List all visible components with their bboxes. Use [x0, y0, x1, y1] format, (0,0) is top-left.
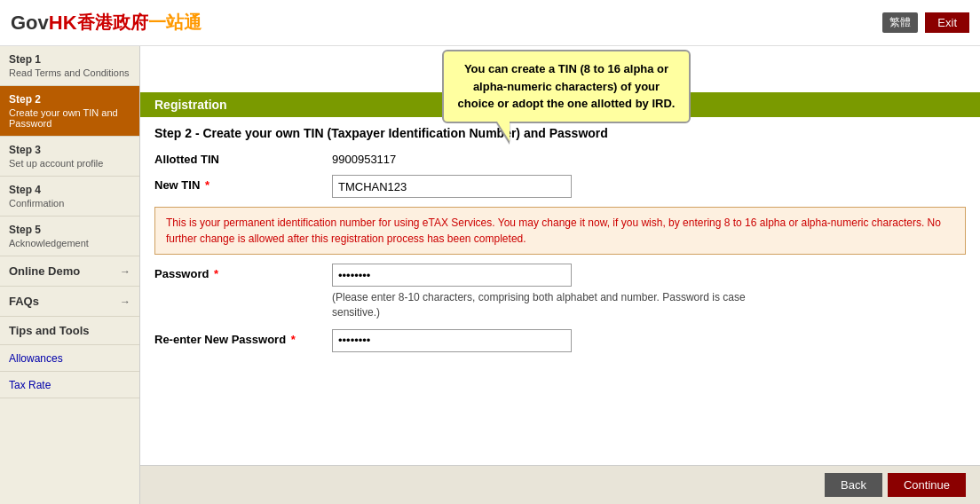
password-input[interactable]	[332, 264, 572, 287]
lang-button[interactable]: 繁體	[882, 12, 918, 33]
reenter-label: Re-enter New Password *	[154, 329, 332, 346]
step4-label: Step 4	[9, 184, 130, 196]
online-demo-arrow: →	[120, 265, 130, 278]
main-layout: Step 1 Read Terms and Conditions Step 2 …	[0, 46, 980, 504]
back-button[interactable]: Back	[825, 473, 882, 497]
sidebar-step-2[interactable]: Step 2 Create your own TIN and Password	[0, 86, 139, 137]
reenter-password-input[interactable]	[332, 329, 572, 352]
header: GovHK 香港政府一站通 繁體 Exit	[0, 0, 980, 46]
new-tin-required: *	[202, 178, 209, 192]
allowances-link[interactable]: Allowances	[0, 345, 139, 372]
password-row: Password * (Please enter 8-10 characters…	[154, 264, 966, 320]
form-title: Step 2 - Create your own TIN (Taxpayer I…	[154, 126, 966, 140]
online-demo-nav[interactable]: Online Demo →	[0, 256, 139, 287]
faqs-arrow: →	[120, 295, 130, 308]
step3-label: Step 3	[9, 144, 130, 156]
logo: GovHK 香港政府一站通	[11, 11, 202, 35]
sidebar-step-5[interactable]: Step 5 Acknowledgement	[0, 217, 139, 256]
content-area: You can create a TIN (8 to 16 alpha or a…	[140, 46, 980, 504]
logo-hk: HK	[49, 12, 77, 35]
warning-box: This is your permanent identification nu…	[154, 207, 966, 255]
password-field-group: (Please enter 8-10 characters, comprisin…	[332, 264, 776, 320]
faqs-nav[interactable]: FAQs →	[0, 287, 139, 317]
logo-yi: 一站通	[148, 11, 202, 35]
tooltip-text: You can create a TIN (8 to 16 alpha or a…	[458, 62, 676, 110]
step1-label: Step 1	[9, 53, 130, 66]
password-required: *	[210, 267, 218, 280]
faqs-label: FAQs	[9, 295, 39, 308]
tooltip-box: You can create a TIN (8 to 16 alpha or a…	[442, 50, 691, 123]
online-demo-label: Online Demo	[9, 264, 80, 278]
sidebar: Step 1 Read Terms and Conditions Step 2 …	[0, 46, 140, 504]
logo-gov: Gov	[11, 12, 49, 35]
allotted-tin-row: Allotted TIN 9900953117	[154, 149, 966, 166]
tax-rate-link[interactable]: Tax Rate	[0, 372, 139, 398]
sidebar-step-1[interactable]: Step 1 Read Terms and Conditions	[0, 46, 139, 86]
tax-rate-anchor[interactable]: Tax Rate	[9, 379, 51, 391]
header-right: 繁體 Exit	[882, 12, 969, 33]
step5-desc: Acknowledgement	[9, 238, 130, 248]
allotted-tin-label: Allotted TIN	[154, 149, 332, 166]
allowances-anchor[interactable]: Allowances	[9, 352, 63, 365]
tooltip-pointer	[497, 122, 510, 141]
step2-label: Step 2	[9, 93, 130, 106]
footer-bar: Back Continue	[140, 465, 980, 504]
sidebar-step-3[interactable]: Step 3 Set up account profile	[0, 137, 139, 177]
sidebar-step-4[interactable]: Step 4 Confirmation	[0, 177, 139, 217]
step2-desc: Create your own TIN and Password	[9, 107, 130, 129]
tips-tools-section: Tips and Tools	[0, 317, 139, 345]
step4-desc: Confirmation	[9, 198, 130, 209]
new-tin-label: New TIN *	[154, 175, 332, 192]
password-hint: (Please enter 8-10 characters, comprisin…	[332, 290, 776, 320]
password-label: Password *	[154, 264, 332, 280]
step5-label: Step 5	[9, 224, 130, 236]
continue-button[interactable]: Continue	[888, 473, 966, 497]
step3-desc: Set up account profile	[9, 158, 130, 169]
step1-desc: Read Terms and Conditions	[9, 67, 130, 78]
allotted-tin-value: 9900953117	[332, 149, 396, 166]
exit-button[interactable]: Exit	[925, 12, 969, 33]
logo-chinese: 香港政府	[77, 11, 148, 35]
reenter-password-row: Re-enter New Password *	[154, 329, 966, 352]
new-tin-input[interactable]	[332, 175, 572, 198]
tooltip-container: You can create a TIN (8 to 16 alpha or a…	[442, 50, 691, 123]
reenter-required: *	[288, 333, 296, 346]
new-tin-row: New TIN *	[154, 175, 966, 198]
form-area: Step 2 - Create your own TIN (Taxpayer I…	[140, 117, 980, 465]
tips-tools-label: Tips and Tools	[9, 324, 130, 337]
